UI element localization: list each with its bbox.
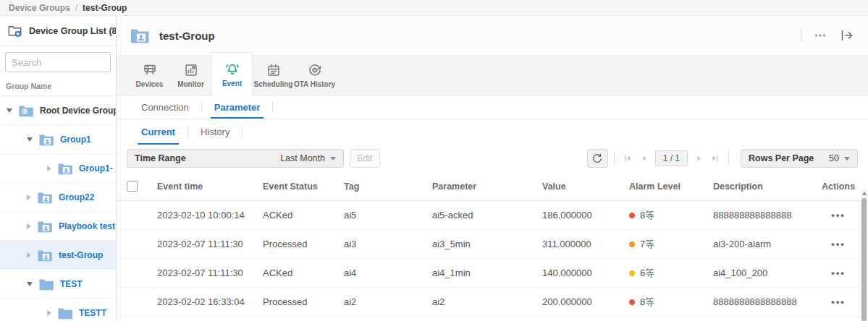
prev-page-icon[interactable] [639,154,648,163]
event-bell-icon [224,61,240,77]
tab-event[interactable]: Event [211,52,253,96]
tab-scheduling[interactable]: Scheduling [253,55,294,95]
cell-event-time: 2023-02-10 10:00:14 [157,210,263,221]
rows-per-page-label: Rows Per Page [749,153,814,163]
view-tab-row: Current History [117,119,868,145]
folder-person-icon [37,247,53,263]
more-options-icon[interactable] [813,28,827,43]
alarm-level-text: 6等 [640,267,654,280]
chevron-right-icon[interactable] [27,223,31,229]
tree-item-group22[interactable]: Group22 [0,183,116,212]
tree-item-label: TEST [60,279,83,289]
table-row[interactable]: 2023-02-10 10:00:14 ACKed ai5 ai5-acked … [117,201,868,230]
table-row[interactable]: 2023-02-07 11:11:30 ACKed ai4 ai4_1min 1… [117,259,868,288]
tree-item-group1[interactable]: Group1 [0,125,116,154]
select-all-checkbox[interactable] [127,181,138,192]
folder-plain-icon [38,276,54,292]
tree-item-label: Playbook test [59,221,115,231]
chevron-down-icon[interactable] [27,282,33,286]
breadcrumb-separator: / [75,3,77,13]
tree-item-test-group[interactable]: test-Group [0,241,116,270]
table-row[interactable]: 2023-02-02 16:33:04 Processed ai2 ai2 20… [117,288,868,317]
row-actions-button[interactable]: ••• [831,210,846,221]
rows-per-page-value: 50 [829,153,839,163]
chevron-right-icon[interactable] [47,310,51,316]
breadcrumb-device-groups[interactable]: Device Groups [9,3,70,13]
ota-history-icon [307,62,323,78]
cell-parameter: ai2 [432,296,542,307]
cell-tag: ai3 [344,239,432,249]
folder-person-icon [37,218,53,234]
divider [801,29,801,42]
tab-devices[interactable]: Devices [129,55,170,95]
chevron-right-icon[interactable] [47,166,51,171]
add-device-group-folder-icon[interactable] [7,23,23,39]
row-actions-button[interactable]: ••• [831,296,846,307]
collapse-panel-icon[interactable] [839,27,855,43]
column-header-alarm-level: Alarm Level [629,181,713,192]
time-range-label: Time Range [135,153,186,163]
group-title-row: test-Group [117,16,868,55]
table-toolbar: Time Range Last Month Edit [117,145,868,172]
monitor-icon [183,62,199,78]
folder-person-icon [130,25,150,46]
cell-event-status: ACKed [263,268,344,278]
column-header-actions: Actions [819,181,858,192]
folder-person-icon [37,189,53,205]
tree-item-test[interactable]: TEST [0,270,116,299]
subtab-connection[interactable]: Connection [129,95,201,119]
chevron-down-icon [330,157,336,160]
chevron-down-icon[interactable] [27,137,33,142]
edit-button[interactable]: Edit [350,149,380,168]
main-panel: test-Group Devices [117,16,868,321]
scheduling-icon [266,62,282,78]
scrollbar-thumb[interactable] [861,198,867,321]
chevron-down-icon[interactable] [7,108,12,113]
refresh-button[interactable] [587,149,608,168]
chevron-right-icon[interactable] [27,252,31,258]
column-header-event-status: Event Status [263,181,344,192]
cell-parameter: ai3_5min [432,239,542,249]
viewtab-current[interactable]: Current [129,119,187,145]
last-page-icon[interactable] [711,154,720,163]
page-title: test-Group [159,30,215,42]
pagination: 1 / 1 [623,150,720,166]
table-row[interactable]: 2023-02-07 11:11:30 Processed ai3 ai3_5m… [117,230,868,259]
tab-monitor[interactable]: Monitor [170,55,211,95]
rows-per-page-select[interactable]: Rows Per Page 50 [741,149,858,168]
tab-label: Devices [136,80,164,88]
column-header-parameter: Parameter [432,181,542,192]
tree-item-root-device-group[interactable]: Root Device Group [0,96,116,125]
tree-item-label: Group22 [59,192,94,202]
cell-alarm-level: 6等 [629,267,713,280]
row-actions-button[interactable]: ••• [831,268,846,278]
cell-tag: ai5 [344,210,432,221]
tab-ota-history[interactable]: OTA History [294,55,335,95]
row-actions-button[interactable]: ••• [831,239,846,249]
viewtab-history[interactable]: History [188,119,242,145]
subtab-parameter[interactable]: Parameter [202,95,273,119]
first-page-icon[interactable] [623,154,632,163]
cell-event-time: 2023-02-07 11:11:30 [157,239,263,249]
vertical-scrollbar[interactable] [861,189,867,321]
folder-plain-icon [57,305,73,321]
column-header-event-time: Event time [157,181,263,192]
scroll-up-icon[interactable] [862,192,867,195]
divider [728,152,729,165]
column-header-tag: Tag [344,181,432,192]
next-page-icon[interactable] [695,154,704,163]
chevron-right-icon[interactable] [27,194,31,200]
tree-item-playbook-test[interactable]: Playbook test [0,212,116,241]
search-container [0,46,116,75]
cell-event-status: Processed [263,296,344,307]
tree-item-group1-child[interactable]: Group1- [0,154,116,183]
time-range-select[interactable]: Time Range Last Month [127,149,344,168]
alarm-level-text: 7等 [640,238,654,251]
search-input[interactable] [5,52,111,72]
breadcrumb-current: test-Group [83,3,127,13]
sidebar-header: Device Group List (8) [0,16,116,46]
tab-label: Monitor [177,80,204,88]
folder-globe-icon [18,103,34,119]
tree-item-testt[interactable]: TESTT [0,299,116,321]
folder-person-icon [57,160,73,176]
